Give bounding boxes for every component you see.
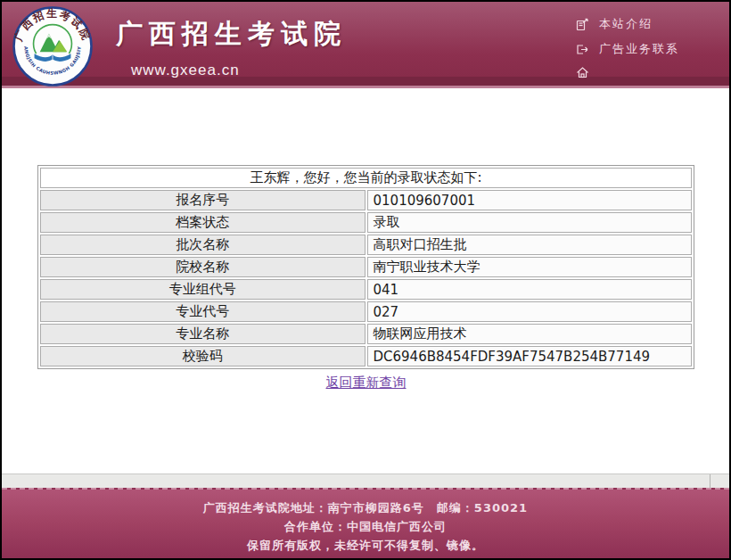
site-logo: 广西招生考试院 GVANGJSIH CAUHSWNGH GAUJSIYEN — [12, 6, 93, 86]
page-intro-icon — [576, 18, 589, 31]
main-content: 王东辉，您好，您当前的录取状态如下: 报名序号 010109607001 档案状… — [2, 88, 729, 474]
row-label: 报名序号 — [40, 190, 366, 210]
table-row: 档案状态 录取 — [40, 212, 692, 233]
nav-item-label: 本站介绍 — [599, 16, 653, 32]
row-label: 批次名称 — [40, 235, 366, 255]
row-label: 专业名称 — [40, 324, 366, 344]
table-row: 批次名称 高职对口招生批 — [40, 235, 692, 255]
table-row: 报名序号 010109607001 — [40, 190, 692, 210]
back-link-row: 返回重新查询 — [37, 374, 694, 391]
row-value: 041 — [367, 279, 693, 300]
row-value: 高职对口招生批 — [367, 235, 693, 255]
row-value: 录取 — [367, 212, 693, 233]
site-footer: 广西招生考试院地址：南宁市柳园路6号 邮编：530021 合作单位：中国电信广西… — [2, 488, 729, 558]
row-value: 物联网应用技术 — [367, 324, 693, 344]
back-to-query-link[interactable]: 返回重新查询 — [326, 375, 407, 391]
row-value: DC6946B8454FDF39AF7547B254B77149 — [367, 346, 693, 366]
row-label: 校验码 — [40, 346, 366, 366]
row-value: 010109607001 — [367, 190, 693, 210]
table-row: 专业组代号 041 — [40, 279, 692, 300]
table-row: 专业名称 物联网应用技术 — [40, 324, 692, 344]
site-title: 广西招生考试院 — [116, 16, 347, 53]
table-row: 校验码 DC6946B8454FDF39AF7547B254B77149 — [40, 346, 692, 366]
row-label: 档案状态 — [40, 212, 366, 233]
site-url: www.gxeea.cn — [131, 62, 347, 79]
header-nav: 本站介绍 广告业务联系 — [576, 16, 679, 88]
admission-status-table: 王东辉，您好，您当前的录取状态如下: 报名序号 010109607001 档案状… — [37, 165, 694, 369]
horizontal-scrollbar-track[interactable] — [2, 474, 729, 488]
footer-address-line: 广西招生考试院地址：南宁市柳园路6号 邮编：530021 — [2, 498, 729, 517]
nav-item-site-intro[interactable]: 本站介绍 — [576, 16, 679, 32]
site-logo-badge: 广西招生考试院 GVANGJSIH CAUHSWNGH GAUJSIYEN — [12, 6, 93, 86]
scrollbar-corner-divider — [710, 474, 710, 488]
row-value: 南宁职业技术大学 — [367, 257, 693, 277]
footer-partner-line: 合作单位：中国电信广西公司 — [2, 517, 729, 536]
greeting-text: 王东辉，您好，您当前的录取状态如下: — [40, 168, 692, 188]
home-icon — [576, 66, 589, 79]
nav-item-ad-contact[interactable]: 广告业务联系 — [576, 41, 679, 57]
nav-item-home[interactable] — [576, 66, 679, 79]
page: 广西招生考试院 GVANGJSIH CAUHSWNGH GAUJSIYEN 广西… — [0, 0, 731, 560]
site-title-block: 广西招生考试院 www.gxeea.cn — [116, 16, 347, 79]
nav-item-label: 广告业务联系 — [599, 41, 679, 57]
table-header-row: 王东辉，您好，您当前的录取状态如下: — [40, 168, 692, 188]
row-value: 027 — [367, 301, 693, 322]
contact-exit-icon — [576, 43, 589, 56]
table-row: 专业代号 027 — [40, 301, 692, 322]
footer-copyright-line: 保留所有版权，未经许可不得复制、镜像。 — [2, 536, 729, 555]
row-label: 专业组代号 — [40, 279, 366, 300]
row-label: 院校名称 — [40, 257, 366, 277]
table-row: 院校名称 南宁职业技术大学 — [40, 257, 692, 277]
row-label: 专业代号 — [40, 301, 366, 322]
site-header: 广西招生考试院 GVANGJSIH CAUHSWNGH GAUJSIYEN 广西… — [2, 2, 729, 77]
